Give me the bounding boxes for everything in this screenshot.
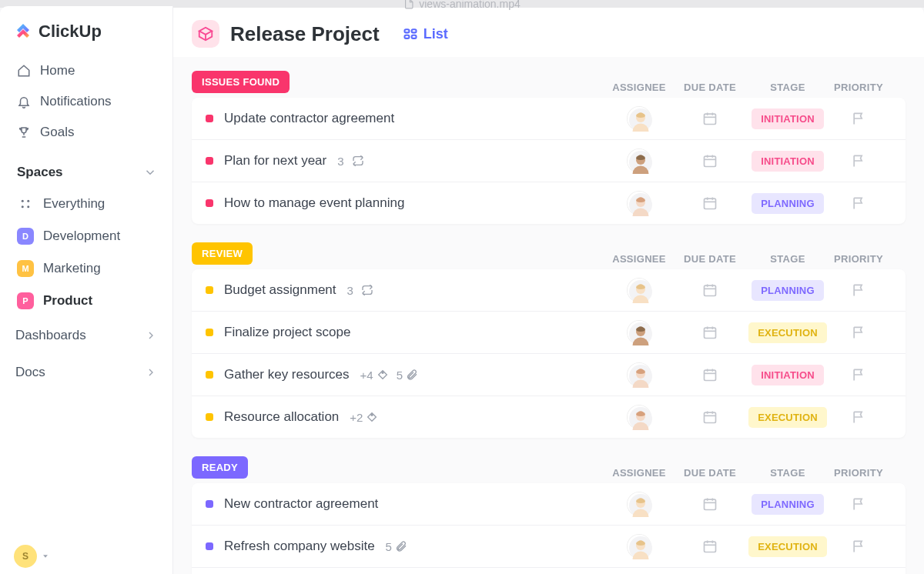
view-selector-list[interactable]: List: [403, 26, 448, 42]
priority-cell[interactable]: [829, 282, 889, 298]
sidebar-item-home[interactable]: Home: [0, 55, 172, 86]
sidebar-item-docs[interactable]: Docs: [0, 354, 172, 391]
sidebar-label: Dashboards: [15, 328, 86, 343]
svg-rect-16: [705, 199, 716, 209]
flag-icon: [851, 496, 866, 512]
priority-cell[interactable]: [829, 496, 889, 512]
task-status-bullet[interactable]: [206, 371, 213, 379]
assignee-cell[interactable]: [605, 149, 673, 172]
assignee-cell[interactable]: [605, 535, 673, 558]
stage-cell[interactable]: EXECUTION: [747, 407, 829, 428]
task-status-bullet[interactable]: [206, 329, 213, 336]
subtask-count: +4: [360, 369, 389, 382]
stage-cell[interactable]: EXECUTION: [747, 322, 829, 343]
stage-cell[interactable]: PLANNING: [747, 193, 829, 214]
stage-cell[interactable]: INITIATION: [747, 108, 829, 129]
task-status-bullet[interactable]: [206, 500, 213, 508]
task-row[interactable]: Update contractor agreement INITIATION: [192, 98, 906, 140]
task-status-bullet[interactable]: [206, 542, 213, 550]
svg-rect-33: [705, 499, 716, 509]
stage-cell[interactable]: PLANNING: [747, 280, 829, 301]
stage-cell[interactable]: INITIATION: [747, 365, 829, 385]
task-status-bullet[interactable]: [206, 115, 213, 122]
svg-point-27: [371, 414, 373, 415]
task-group: REVIEW ASSIGNEE DUE DATE STAGE PRIORITY …: [192, 242, 906, 438]
priority-cell[interactable]: [829, 195, 889, 211]
task-row[interactable]: Finalize project scope EXECUTION: [192, 312, 906, 354]
priority-cell[interactable]: [829, 367, 889, 382]
sidebar-item-notifications[interactable]: Notifications: [0, 86, 172, 117]
trophy-icon: [17, 125, 31, 139]
assignee-cell[interactable]: [605, 279, 673, 302]
user-menu[interactable]: S: [14, 545, 49, 568]
task-row[interactable]: Update key objectives 5 EXECUTION: [192, 568, 906, 574]
task-row[interactable]: New contractor agreement PLANNING: [192, 483, 906, 526]
priority-cell[interactable]: [829, 539, 889, 554]
svg-point-3: [27, 205, 29, 208]
duedate-cell[interactable]: [673, 153, 747, 169]
duedate-cell[interactable]: [673, 111, 747, 126]
priority-cell[interactable]: [829, 111, 889, 126]
priority-cell[interactable]: [829, 153, 889, 169]
duedate-cell[interactable]: [673, 325, 747, 340]
task-status-bullet[interactable]: [206, 199, 213, 207]
svg-rect-26: [705, 370, 716, 380]
duedate-cell[interactable]: [673, 539, 747, 554]
col-assignee: ASSIGNEE: [605, 467, 673, 479]
duedate-cell[interactable]: [673, 367, 747, 382]
task-title: Update contractor agreement: [224, 111, 394, 126]
assignee-cell[interactable]: [605, 107, 673, 130]
assignee-avatar: [628, 405, 651, 429]
assignee-avatar: [628, 149, 651, 172]
chevron-right-icon: [145, 366, 157, 379]
task-status-bullet[interactable]: [206, 286, 213, 294]
task-status-bullet[interactable]: [206, 157, 213, 165]
task-title: Budget assignment: [224, 282, 336, 298]
stage-cell[interactable]: EXECUTION: [747, 536, 829, 557]
stage-badge: EXECUTION: [748, 322, 827, 343]
sidebar-item-goals[interactable]: Goals: [0, 117, 172, 148]
logo[interactable]: ClickUp: [0, 18, 172, 55]
svg-rect-19: [705, 285, 716, 295]
sidebar-space-development[interactable]: D Development: [0, 220, 172, 252]
stage-cell[interactable]: PLANNING: [747, 494, 829, 515]
svg-rect-13: [705, 156, 716, 166]
svg-rect-22: [705, 328, 716, 338]
duedate-cell[interactable]: [673, 282, 747, 298]
sidebar-item-everything[interactable]: Everything: [0, 188, 172, 220]
priority-cell[interactable]: [829, 409, 889, 425]
task-row[interactable]: Budget assignment 3 PLANNING: [192, 269, 906, 312]
user-avatar: S: [14, 545, 37, 568]
duedate-cell[interactable]: [673, 409, 747, 425]
assignee-cell[interactable]: [605, 363, 673, 386]
svg-point-2: [22, 205, 24, 208]
group-badge[interactable]: ISSUES FOUND: [192, 71, 290, 93]
stage-badge: PLANNING: [752, 193, 824, 214]
assignee-avatar: [628, 107, 651, 130]
space-icon: D: [17, 228, 34, 245]
task-group: ISSUES FOUND ASSIGNEE DUE DATE STAGE PRI…: [192, 71, 906, 224]
group-badge[interactable]: READY: [192, 456, 248, 479]
duedate-cell[interactable]: [673, 195, 747, 211]
task-row[interactable]: Gather key resources +4 5 INITIATION: [192, 354, 906, 396]
task-title: Plan for next year: [224, 153, 326, 169]
duedate-cell[interactable]: [673, 496, 747, 512]
task-status-bullet[interactable]: [206, 413, 213, 421]
sidebar-item-dashboards[interactable]: Dashboards: [0, 317, 172, 354]
task-row[interactable]: Plan for next year 3 INITIATION: [192, 140, 906, 182]
col-duedate: DUE DATE: [673, 82, 747, 93]
group-badge[interactable]: REVIEW: [192, 242, 253, 265]
priority-cell[interactable]: [829, 325, 889, 340]
task-row[interactable]: Resource allocation +2 EXECUTION: [192, 396, 906, 438]
task-row[interactable]: Refresh company website 5 EXECUTION: [192, 526, 906, 568]
assignee-cell[interactable]: [605, 492, 673, 516]
sidebar-space-marketing[interactable]: M Marketing: [0, 252, 172, 285]
assignee-cell[interactable]: [605, 321, 673, 344]
assignee-cell[interactable]: [605, 405, 673, 429]
assignee-cell[interactable]: [605, 192, 673, 215]
window-filename: views-animation.mp4: [403, 0, 521, 10]
task-row[interactable]: How to manage event planning PLANNING: [192, 182, 906, 224]
sidebar-space-product[interactable]: P Product: [0, 285, 172, 317]
sidebar-section-spaces[interactable]: Spaces: [0, 148, 172, 188]
stage-cell[interactable]: INITIATION: [747, 151, 829, 172]
